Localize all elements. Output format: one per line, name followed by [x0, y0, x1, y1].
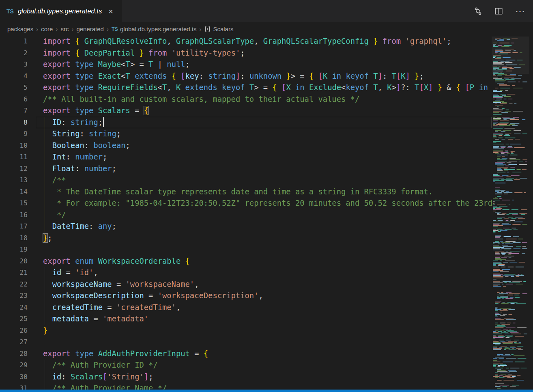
line-number[interactable]: 28 — [0, 348, 28, 360]
line-number[interactable]: 21 — [0, 267, 28, 279]
line-number[interactable]: 31 — [0, 383, 28, 390]
line-number[interactable]: 9 — [0, 128, 28, 140]
code-line[interactable]: 10 Boolean: boolean; — [0, 140, 492, 152]
line-number[interactable]: 16 — [0, 209, 28, 221]
line-number[interactable]: 30 — [0, 371, 28, 383]
line-number[interactable]: 25 — [0, 313, 28, 325]
line-number[interactable]: 1 — [0, 36, 28, 47]
code-line[interactable]: 19 — [0, 244, 492, 256]
line-number[interactable]: 29 — [0, 360, 28, 371]
code-line-text: } — [36, 325, 492, 337]
line-number[interactable]: 26 — [0, 325, 28, 337]
code-line[interactable]: 28export type AddAuthProviderInput = { — [0, 348, 492, 360]
line-number[interactable]: 20 — [0, 256, 28, 267]
line-number[interactable]: 14 — [0, 186, 28, 198]
code-line[interactable]: 8 ID: string; — [0, 117, 492, 129]
code-line[interactable]: 24 createdTime = 'createdTime', — [0, 302, 492, 314]
line-number[interactable]: 13 — [0, 174, 28, 186]
split-editor-icon[interactable] — [494, 7, 503, 15]
line-number[interactable]: 19 — [0, 244, 28, 256]
line-number[interactable]: 17 — [0, 221, 28, 233]
code-line-text: export type Exact<T extends { [key: stri… — [36, 71, 492, 82]
code-line-text: * The DateTime scalar type represents da… — [36, 186, 492, 198]
line-number[interactable]: 12 — [0, 163, 28, 175]
line-number[interactable]: 18 — [0, 233, 28, 244]
code-line[interactable]: 21 id = 'id', — [0, 267, 492, 279]
code-line-text: Int: number; — [36, 151, 492, 163]
code-line[interactable]: 11 Int: number; — [0, 151, 492, 163]
editor-actions: ⋯ — [474, 0, 533, 22]
code-line[interactable]: 25 metadata = 'metadata' — [0, 313, 492, 325]
code-line[interactable]: 27 — [0, 336, 492, 348]
code-line[interactable]: 7export type Scalars = { — [0, 105, 492, 117]
line-number[interactable]: 2 — [0, 47, 28, 59]
code-line[interactable]: 31 /** Auth Provider Name */ — [0, 383, 492, 390]
line-number[interactable]: 22 — [0, 279, 28, 291]
line-number[interactable]: 4 — [0, 71, 28, 82]
code-line[interactable]: 13 /** — [0, 174, 492, 186]
breadcrumb-separator: › — [36, 26, 38, 32]
code-line[interactable]: 15 * For example: "1985-04-12T23:20:50.5… — [0, 198, 492, 209]
breadcrumb-label: packages — [7, 26, 33, 32]
tab-global-db-types-generated[interactable]: TS global.db.types.generated.ts × — [0, 0, 122, 22]
line-number[interactable]: 27 — [0, 336, 28, 348]
code-line[interactable]: 1import { GraphQLResolveInfo, GraphQLSca… — [0, 36, 492, 47]
symbol-type-icon — [204, 26, 211, 32]
code-line[interactable]: 12 Float: number; — [0, 163, 492, 175]
line-number[interactable]: 3 — [0, 59, 28, 71]
code-line-text: /** Auth Provider Name */ — [36, 383, 492, 390]
breadcrumb-item-generated[interactable]: generated — [76, 26, 104, 32]
breadcrumb-item-global-db-types-generated-ts[interactable]: TSglobal.db.types.generated.ts — [112, 26, 196, 32]
code-line-text: export type Maybe<T> = T | null; — [36, 59, 492, 71]
code-line-text: export type RequireFields<T, K extends k… — [36, 82, 492, 94]
code-line[interactable]: 26} — [0, 325, 492, 337]
code-line[interactable]: 18}; — [0, 233, 492, 244]
breadcrumb-label: global.db.types.generated.ts — [120, 26, 196, 32]
breadcrumb-label: Scalars — [213, 26, 233, 32]
line-number[interactable]: 15 — [0, 198, 28, 209]
code-line[interactable]: 6/** All built-in and custom scalars, ma… — [0, 94, 492, 106]
tab-title: global.db.types.generated.ts — [18, 7, 102, 15]
line-number[interactable]: 11 — [0, 151, 28, 163]
code-line[interactable]: 14 * The DateTime scalar type represents… — [0, 186, 492, 198]
breadcrumb-item-scalars[interactable]: Scalars — [204, 26, 233, 32]
code-line[interactable]: 23 workspaceDescription = 'workspaceDesc… — [0, 290, 492, 302]
line-number[interactable]: 24 — [0, 302, 28, 314]
breadcrumb-item-core[interactable]: core — [41, 26, 53, 32]
line-number[interactable]: 23 — [0, 290, 28, 302]
line-number[interactable]: 8 — [0, 117, 28, 129]
open-changes-icon[interactable] — [474, 7, 482, 15]
breadcrumb-item-src[interactable]: src — [60, 26, 69, 32]
typescript-file-icon: TS — [6, 8, 14, 15]
code-line[interactable]: 30 id: Scalars['String']; — [0, 371, 492, 383]
code-line-text: id: Scalars['String']; — [36, 371, 492, 383]
code-line-text: createdTime = 'createdTime', — [36, 302, 492, 314]
code-line-text: metadata = 'metadata' — [36, 313, 492, 325]
code-line[interactable]: 29 /** Auth Provider ID */ — [0, 360, 492, 371]
code-line-text: Float: number; — [36, 163, 492, 175]
code-line-text: export type AddAuthProviderInput = { — [36, 348, 492, 360]
code-line[interactable]: 2import { DeepPartial } from 'utility-ty… — [0, 47, 492, 59]
close-tab-icon[interactable]: × — [108, 7, 113, 15]
code-line[interactable]: 5export type RequireFields<T, K extends … — [0, 82, 492, 94]
code-line[interactable]: 3export type Maybe<T> = T | null; — [0, 59, 492, 71]
code-line[interactable]: 22 workspaceName = 'workspaceName', — [0, 279, 492, 291]
minimap[interactable] — [492, 36, 533, 390]
editor: 1import { GraphQLResolveInfo, GraphQLSca… — [0, 36, 533, 390]
minimap-canvas[interactable] — [492, 37, 529, 390]
breadcrumb-item-packages[interactable]: packages — [7, 26, 33, 32]
code-line[interactable]: 16 */ — [0, 209, 492, 221]
code-line[interactable]: 17 DateTime: any; — [0, 221, 492, 233]
code-line[interactable]: 4export type Exact<T extends { [key: str… — [0, 71, 492, 82]
breadcrumb-label: src — [60, 26, 69, 32]
line-number[interactable]: 7 — [0, 105, 28, 117]
line-number[interactable]: 10 — [0, 140, 28, 152]
code-line-text: }; — [36, 233, 492, 244]
code-line[interactable]: 9 String: string; — [0, 128, 492, 140]
code-line-text: workspaceDescription = 'workspaceDescrip… — [36, 290, 492, 302]
code-line[interactable]: 20export enum WorkspaceOrderable { — [0, 256, 492, 267]
more-actions-icon[interactable]: ⋯ — [515, 6, 525, 16]
line-number[interactable]: 6 — [0, 94, 28, 106]
line-number[interactable]: 5 — [0, 82, 28, 94]
code-area[interactable]: 1import { GraphQLResolveInfo, GraphQLSca… — [0, 36, 492, 390]
